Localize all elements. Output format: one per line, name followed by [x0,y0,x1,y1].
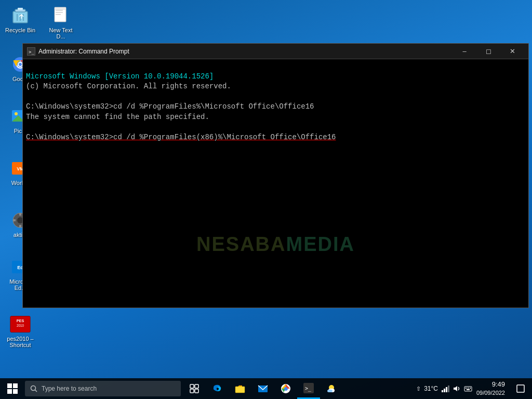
search-icon [30,385,37,392]
svg-point-17 [15,112,18,115]
svg-rect-37 [195,384,198,388]
svg-rect-56 [464,387,472,391]
svg-rect-40 [235,387,245,393]
search-placeholder: Type here to search [42,385,97,392]
file-explorer-icon [235,383,245,394]
svg-text:>_: >_ [29,49,34,55]
svg-rect-39 [195,389,198,393]
svg-rect-52 [444,389,445,392]
cmd-taskbar-button[interactable]: >_ [297,378,320,399]
svg-rect-7 [56,10,63,11]
mail-button[interactable] [251,378,274,399]
taskbar: Type here to search [0,378,532,399]
system-tray: ⇧ 31°C [416,384,472,393]
svg-rect-59 [470,388,471,389]
weather-button[interactable] [320,378,343,399]
recycle-bin-label: Recycle Bin [5,27,35,33]
svg-rect-50 [327,390,332,392]
edge-button[interactable] [206,378,229,399]
svg-rect-60 [467,389,470,390]
watermark: NESABAMEDIA [196,233,355,256]
cmd-taskbar-icon: >_ [303,383,314,393]
cmd-body[interactable]: Microsoft Windows [Version 10.0.19044.15… [23,59,528,308]
recycle-bin-icon[interactable]: Recycle Bin [2,3,38,35]
svg-rect-58 [468,388,469,389]
svg-point-34 [31,386,36,391]
svg-rect-36 [190,384,194,388]
svg-text:>_: >_ [305,385,312,392]
svg-point-45 [284,387,287,390]
svg-rect-51 [442,390,443,392]
task-view-icon [190,384,199,393]
svg-rect-57 [466,388,467,389]
file-explorer-button[interactable] [229,378,251,399]
windows-logo-icon [7,383,18,394]
svg-rect-8 [56,12,63,13]
svg-text:PES: PES [17,318,24,323]
svg-rect-2 [18,8,23,10]
svg-rect-24 [19,225,21,228]
svg-rect-9 [56,14,61,15]
chrome-taskbar-button[interactable] [274,378,297,399]
pes-icon[interactable]: PES 2010 pes2010 – Shortcut [2,312,38,350]
pes-label: pes2010 – Shortcut [4,336,36,348]
svg-rect-25 [13,219,16,221]
svg-rect-61 [517,385,524,392]
svg-rect-38 [190,389,194,393]
show-hidden-icons[interactable]: ⇧ [416,385,421,392]
svg-rect-10 [55,7,66,10]
svg-rect-53 [446,387,447,392]
cmd-window: >_ Administrator: Command Prompt – ◻ ✕ M… [22,43,529,308]
taskbar-clock-area[interactable]: 9:49 09/09/2022 [472,378,509,399]
cmd-titlebar: >_ Administrator: Command Prompt – ◻ ✕ [23,44,528,59]
edge-icon [212,383,222,394]
chrome-taskbar-icon [281,383,291,394]
notification-button[interactable] [509,378,532,399]
cmd-title: Administrator: Command Prompt [38,48,453,55]
mail-icon [258,383,268,394]
svg-marker-55 [454,386,457,391]
volume-icon [453,384,461,393]
taskbar-search[interactable]: Type here to search [25,381,181,396]
notification-icon [516,384,525,393]
clock-display: 9:49 09/09/2022 [476,380,505,397]
weather-icon [326,383,337,394]
start-button[interactable] [0,378,25,399]
keyboard-icon [464,384,472,393]
svg-rect-23 [19,213,21,216]
svg-text:2010: 2010 [17,324,24,327]
clock-date: 09/09/2022 [476,389,505,397]
cmd-output: Microsoft Windows [Version 10.0.19044.15… [26,61,525,153]
clock-time: 9:49 [476,380,505,389]
network-icon [441,384,449,393]
minimize-button[interactable]: – [453,44,476,59]
svg-point-15 [19,63,22,66]
close-button[interactable]: ✕ [500,44,524,59]
task-view-button[interactable] [183,378,206,399]
newtext-icon[interactable]: New Text D... [43,3,79,42]
maximize-button[interactable]: ◻ [476,44,500,59]
cmd-controls: – ◻ ✕ [453,44,524,59]
temperature-display: 31°C [424,385,438,392]
newtext-label: New Text D... [45,27,77,39]
svg-rect-54 [448,385,449,392]
cmd-icon: >_ [27,47,35,56]
svg-line-35 [35,390,37,392]
